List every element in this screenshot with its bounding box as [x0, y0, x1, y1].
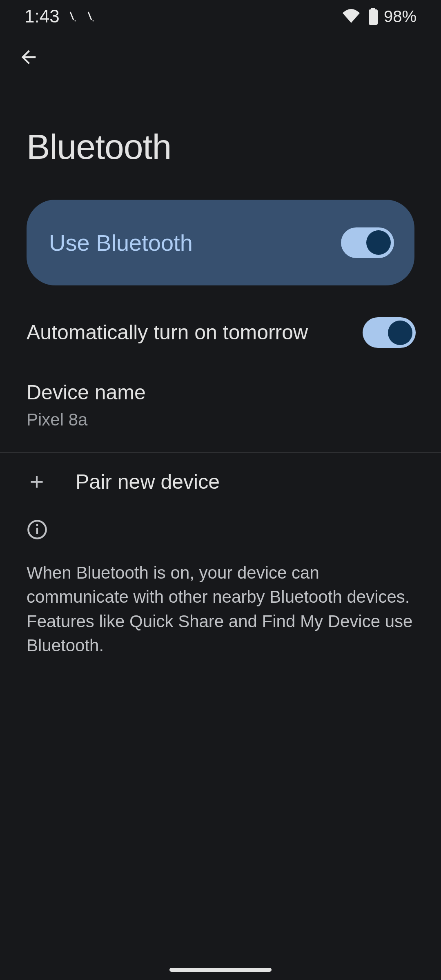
- setting-text: Automatically turn on tomorrow: [27, 319, 363, 347]
- svg-rect-7: [36, 528, 38, 534]
- toolbar: [0, 33, 441, 82]
- pair-new-device-row[interactable]: Pair new device: [0, 453, 441, 511]
- page-title: Bluetooth: [0, 82, 441, 200]
- auto-turn-on-row[interactable]: Automatically turn on tomorrow: [0, 302, 441, 363]
- device-name-title: Device name: [27, 379, 416, 407]
- status-time: 1:43: [24, 6, 60, 27]
- device-name-value: Pixel 8a: [27, 410, 416, 430]
- status-left: 1:43: [24, 6, 96, 27]
- setting-text: Device name Pixel 8a: [27, 379, 416, 430]
- wifi-icon: [342, 9, 361, 24]
- use-bluetooth-toggle[interactable]: [341, 227, 394, 258]
- status-bar: 1:43 98%: [0, 0, 441, 33]
- arrow-left-icon: [18, 47, 39, 68]
- svg-point-1: [74, 20, 76, 22]
- status-notification-icon: [86, 10, 96, 22]
- status-right: 98%: [342, 7, 416, 26]
- auto-turn-on-title: Automatically turn on tomorrow: [27, 319, 363, 347]
- battery-icon: [368, 8, 379, 25]
- use-bluetooth-card[interactable]: Use Bluetooth: [27, 200, 414, 285]
- status-notification-icon: [68, 10, 78, 22]
- back-button[interactable]: [12, 41, 45, 74]
- use-bluetooth-label: Use Bluetooth: [49, 229, 193, 256]
- info-text: When Bluetooth is on, your device can co…: [27, 561, 414, 658]
- svg-rect-8: [36, 524, 38, 526]
- plus-icon: [27, 472, 47, 492]
- navigation-pill[interactable]: [169, 968, 272, 972]
- settings-list: Automatically turn on tomorrow Device na…: [0, 285, 441, 658]
- auto-turn-on-toggle[interactable]: [363, 317, 416, 348]
- svg-rect-5: [369, 9, 378, 25]
- svg-rect-4: [371, 8, 375, 9]
- info-section: When Bluetooth is on, your device can co…: [0, 511, 441, 658]
- pair-new-device-label: Pair new device: [76, 470, 220, 494]
- info-icon: [27, 519, 48, 540]
- device-name-row[interactable]: Device name Pixel 8a: [0, 363, 441, 445]
- battery-percent: 98%: [384, 7, 416, 26]
- toggle-thumb: [366, 230, 391, 255]
- toggle-thumb: [388, 321, 412, 345]
- svg-line-2: [88, 12, 91, 20]
- svg-line-0: [70, 12, 74, 20]
- svg-point-3: [92, 20, 94, 22]
